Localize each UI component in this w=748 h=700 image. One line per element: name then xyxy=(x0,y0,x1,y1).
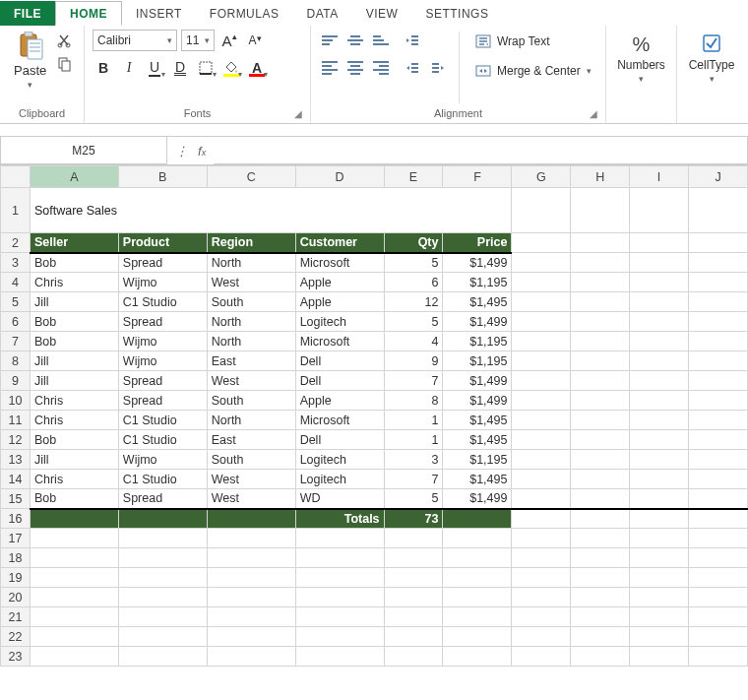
row-header[interactable]: 9 xyxy=(1,371,31,391)
row-header[interactable]: 22 xyxy=(1,627,31,647)
row-header[interactable]: 3 xyxy=(1,253,31,273)
cell[interactable]: 7 xyxy=(384,371,443,391)
cell[interactable] xyxy=(630,233,689,253)
font-name-combo[interactable]: Calibri▾ xyxy=(93,30,177,51)
cell[interactable] xyxy=(571,529,630,548)
cell[interactable]: $1,499 xyxy=(443,371,512,391)
cell[interactable] xyxy=(630,627,689,647)
cell[interactable] xyxy=(443,607,512,627)
cell[interactable] xyxy=(207,647,295,667)
cell[interactable] xyxy=(512,489,571,509)
cell[interactable]: Microsoft xyxy=(295,411,384,430)
cell[interactable] xyxy=(571,351,630,371)
cell[interactable]: 4 xyxy=(384,332,443,351)
cell[interactable] xyxy=(118,588,207,607)
cell[interactable] xyxy=(207,548,295,568)
cell[interactable] xyxy=(689,647,748,667)
cell[interactable] xyxy=(630,371,689,391)
cell[interactable]: Bob xyxy=(30,332,118,351)
cell[interactable] xyxy=(689,188,748,233)
column-header-G[interactable]: G xyxy=(512,166,571,188)
title-cell[interactable]: Software Sales xyxy=(30,188,511,233)
cell[interactable] xyxy=(207,627,295,647)
indent-right-button[interactable] xyxy=(427,57,449,79)
column-header-I[interactable]: I xyxy=(630,166,689,188)
cell[interactable] xyxy=(512,627,571,647)
cell[interactable]: $1,195 xyxy=(443,351,512,371)
cell[interactable] xyxy=(295,647,384,667)
cell[interactable]: Spread xyxy=(118,371,207,391)
italic-button[interactable]: I xyxy=(118,57,140,79)
cell[interactable] xyxy=(118,647,207,667)
cell[interactable] xyxy=(571,391,630,411)
cell[interactable]: Chris xyxy=(30,391,118,411)
cell[interactable]: $1,495 xyxy=(443,292,512,312)
row-header[interactable]: 17 xyxy=(1,529,31,548)
row-header[interactable]: 19 xyxy=(1,568,31,588)
cell[interactable] xyxy=(443,548,512,568)
numbers-button[interactable]: % Numbers ▾ xyxy=(607,30,675,88)
merge-center-button[interactable]: Merge & Center ▾ xyxy=(469,59,597,83)
cell[interactable] xyxy=(443,568,512,588)
row-header[interactable]: 2 xyxy=(1,233,31,253)
cell[interactable] xyxy=(571,430,630,450)
cell[interactable]: North xyxy=(207,411,295,430)
cell[interactable] xyxy=(571,627,630,647)
cell[interactable]: 3 xyxy=(384,450,443,470)
cell[interactable]: 12 xyxy=(384,292,443,312)
cell[interactable] xyxy=(512,253,571,273)
cell[interactable] xyxy=(384,529,443,548)
cell[interactable] xyxy=(571,607,630,627)
cell[interactable] xyxy=(571,292,630,312)
table-header[interactable]: Customer xyxy=(295,233,384,253)
cell[interactable]: West xyxy=(207,489,295,509)
bold-button[interactable]: B xyxy=(93,57,114,79)
cell[interactable] xyxy=(571,470,630,489)
name-box[interactable]: M25 xyxy=(0,136,167,164)
cell[interactable] xyxy=(30,548,118,568)
cell[interactable]: $1,195 xyxy=(443,450,512,470)
cell[interactable]: East xyxy=(207,351,295,371)
cell[interactable] xyxy=(207,607,295,627)
cell[interactable]: Chris xyxy=(30,470,118,489)
select-all-corner[interactable] xyxy=(1,166,31,188)
tab-insert[interactable]: INSERT xyxy=(122,1,196,26)
cell[interactable] xyxy=(571,450,630,470)
cell[interactable] xyxy=(512,529,571,548)
cell[interactable] xyxy=(689,568,748,588)
cell[interactable]: Jill xyxy=(30,292,118,312)
cell[interactable]: East xyxy=(207,430,295,450)
row-header[interactable]: 21 xyxy=(1,607,31,627)
cell[interactable]: 8 xyxy=(384,391,443,411)
cell[interactable] xyxy=(571,188,630,233)
cell[interactable] xyxy=(571,253,630,273)
cell[interactable] xyxy=(512,568,571,588)
cell[interactable] xyxy=(512,188,571,233)
align-right-button[interactable] xyxy=(370,57,392,79)
cell[interactable] xyxy=(571,568,630,588)
cell[interactable]: 6 xyxy=(384,273,443,292)
formula-menu-icon[interactable]: ⋮ xyxy=(175,144,188,159)
cell[interactable] xyxy=(512,509,571,529)
row-header[interactable]: 6 xyxy=(1,312,31,332)
cell[interactable]: C1 Studio xyxy=(118,292,207,312)
cell[interactable] xyxy=(512,430,571,450)
cell[interactable]: 7 xyxy=(384,470,443,489)
column-header-A[interactable]: A xyxy=(30,166,118,188)
fill-color-button[interactable] xyxy=(220,57,242,79)
cell[interactable]: South xyxy=(207,450,295,470)
column-header-F[interactable]: F xyxy=(443,166,512,188)
decrease-font-button[interactable]: A▾ xyxy=(244,30,266,51)
cell[interactable]: Bob xyxy=(30,430,118,450)
column-header-H[interactable]: H xyxy=(571,166,630,188)
cell[interactable] xyxy=(207,588,295,607)
tab-view[interactable]: VIEW xyxy=(352,1,412,26)
cell[interactable] xyxy=(630,332,689,351)
cell[interactable]: Logitech xyxy=(295,312,384,332)
dialog-launcher-icon[interactable]: ◢ xyxy=(590,108,597,119)
paste-button[interactable]: Paste ▾ xyxy=(8,30,52,92)
cell[interactable] xyxy=(689,470,748,489)
cell[interactable] xyxy=(118,509,207,529)
tab-home[interactable]: HOME xyxy=(55,1,122,26)
cell[interactable] xyxy=(630,647,689,667)
